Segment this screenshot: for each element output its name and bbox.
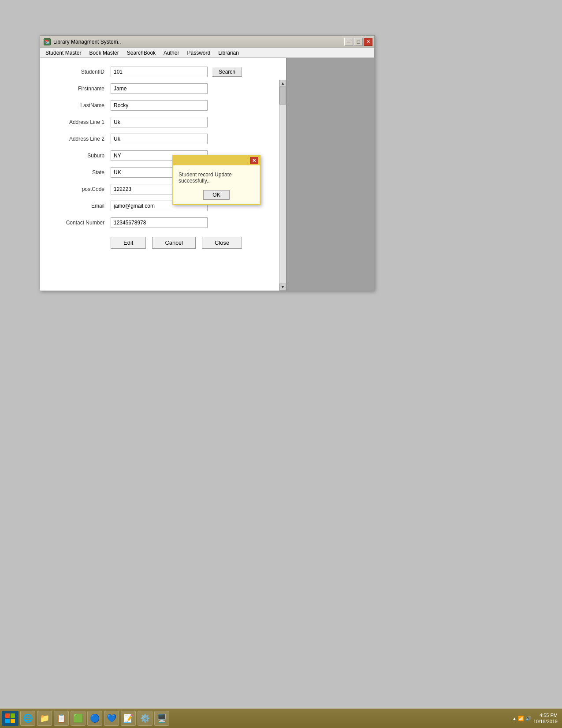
address1-label: Address Line 1 bbox=[53, 119, 111, 125]
word-icon: 📝 bbox=[123, 713, 133, 723]
studentid-label: StudentID bbox=[53, 69, 111, 75]
address1-input[interactable] bbox=[111, 117, 208, 127]
logo-q4 bbox=[11, 719, 15, 723]
vs-icon: 💙 bbox=[107, 713, 116, 723]
desktop: 📚 Library Managment System.. ─ □ ✕ Stude… bbox=[0, 0, 562, 709]
ie-icon: 🌐 bbox=[23, 713, 33, 723]
taskbar-vs[interactable]: 💙 bbox=[104, 711, 119, 726]
windows-logo bbox=[5, 713, 15, 723]
start-button[interactable] bbox=[2, 711, 19, 726]
search-button[interactable]: Search bbox=[212, 67, 242, 77]
lastname-input[interactable] bbox=[111, 100, 208, 111]
firstname-input[interactable] bbox=[111, 83, 208, 94]
success-dialog: ✕ Student record Update successfully.. O… bbox=[172, 155, 261, 205]
title-bar: 📚 Library Managment System.. ─ □ ✕ bbox=[40, 36, 374, 48]
email-label: Email bbox=[53, 203, 111, 209]
taskbar-right: ▲ 📶 🔊 4:55 PM 10/18/2019 bbox=[512, 712, 560, 725]
address2-input[interactable] bbox=[111, 134, 208, 144]
menu-student-master[interactable]: Student Master bbox=[42, 49, 85, 57]
dialog-message: Student record Update successfully.. bbox=[179, 172, 254, 184]
lastname-label: LastName bbox=[53, 102, 111, 108]
menu-book-master[interactable]: Book Master bbox=[86, 49, 122, 57]
logo-q1 bbox=[5, 713, 10, 718]
studentid-input[interactable] bbox=[111, 67, 208, 77]
window-title: Library Managment System.. bbox=[53, 39, 121, 45]
action-buttons: Edit Cancel Close bbox=[53, 237, 273, 249]
dialog-close-button[interactable]: ✕ bbox=[250, 157, 258, 164]
dialog-ok-button[interactable]: OK bbox=[203, 190, 229, 200]
postcode-label: postCode bbox=[53, 186, 111, 192]
menu-password[interactable]: Password bbox=[183, 49, 214, 57]
form-panel: StudentID Search Firstnname LastName Add… bbox=[40, 58, 286, 291]
clock-date: 10/18/2019 bbox=[533, 718, 558, 724]
firstname-row: Firstnname bbox=[53, 83, 273, 94]
contact-row: Contact Number bbox=[53, 217, 273, 228]
close-window-button[interactable]: ✕ bbox=[364, 38, 372, 46]
notes-icon: 📋 bbox=[56, 713, 66, 723]
logo-q2 bbox=[11, 713, 15, 718]
suburb-label: Suburb bbox=[53, 153, 111, 159]
taskbar-excel[interactable]: 🟩 bbox=[71, 711, 86, 726]
lastname-row: LastName bbox=[53, 100, 273, 111]
taskbar-word[interactable]: 📝 bbox=[121, 711, 136, 726]
tools-icon: ⚙️ bbox=[140, 713, 150, 723]
contact-input[interactable] bbox=[111, 217, 208, 228]
clock: 4:55 PM 10/18/2019 bbox=[533, 712, 558, 725]
excel-icon: 🟩 bbox=[73, 713, 83, 723]
address1-row: Address Line 1 bbox=[53, 117, 273, 127]
main-window: 📚 Library Managment System.. ─ □ ✕ Stude… bbox=[40, 35, 375, 291]
edit-button[interactable]: Edit bbox=[111, 237, 146, 249]
tray-network: 📶 bbox=[518, 716, 524, 721]
state-label: State bbox=[53, 169, 111, 175]
taskbar: 🌐 📁 📋 🟩 🔵 💙 📝 ⚙️ 🖥️ ▲ 📶 🔊 4:55 PM 10/18/… bbox=[0, 709, 562, 728]
close-form-button[interactable]: Close bbox=[202, 237, 242, 249]
title-bar-left: 📚 Library Managment System.. bbox=[44, 38, 121, 45]
app-icon: 📚 bbox=[44, 38, 51, 45]
scrollbar-thumb[interactable] bbox=[279, 87, 286, 105]
taskbar-explorer[interactable]: 📁 bbox=[37, 711, 52, 726]
menu-librarian[interactable]: Librarian bbox=[215, 49, 242, 57]
menu-bar: Student Master Book Master SearchBook Au… bbox=[40, 48, 374, 58]
monitor-icon: 🖥️ bbox=[157, 713, 167, 723]
title-bar-controls: ─ □ ✕ bbox=[344, 38, 372, 46]
cancel-button[interactable]: Cancel bbox=[152, 237, 195, 249]
taskbar-ie[interactable]: 🌐 bbox=[20, 711, 35, 726]
dialog-body: Student record Update successfully.. OK bbox=[173, 165, 260, 204]
taskbar-chrome[interactable]: 🔵 bbox=[87, 711, 102, 726]
taskbar-tools[interactable]: ⚙️ bbox=[138, 711, 153, 726]
restore-button[interactable]: □ bbox=[354, 38, 363, 46]
minimize-button[interactable]: ─ bbox=[344, 38, 353, 46]
tray-sound: 🔊 bbox=[525, 716, 532, 721]
content-area: StudentID Search Firstnname LastName Add… bbox=[40, 58, 374, 291]
side-panel bbox=[286, 58, 374, 291]
contact-label: Contact Number bbox=[53, 220, 111, 226]
menu-searchbook[interactable]: SearchBook bbox=[123, 49, 159, 57]
logo-q3 bbox=[5, 719, 10, 723]
explorer-icon: 📁 bbox=[40, 713, 49, 723]
menu-auther[interactable]: Auther bbox=[160, 49, 182, 57]
firstname-label: Firstnname bbox=[53, 86, 111, 92]
scrollbar[interactable]: ▲ ▼ bbox=[279, 80, 286, 291]
scrollbar-down-arrow[interactable]: ▼ bbox=[279, 284, 286, 291]
tray-arrow: ▲ bbox=[512, 716, 517, 721]
dialog-title-bar: ✕ bbox=[173, 156, 260, 165]
address2-label: Address Line 2 bbox=[53, 136, 111, 142]
address2-row: Address Line 2 bbox=[53, 134, 273, 144]
taskbar-monitor[interactable]: 🖥️ bbox=[154, 711, 169, 726]
studentid-row: StudentID Search bbox=[53, 67, 273, 77]
system-tray: ▲ 📶 🔊 bbox=[512, 716, 532, 721]
taskbar-notes[interactable]: 📋 bbox=[54, 711, 69, 726]
scrollbar-up-arrow[interactable]: ▲ bbox=[279, 80, 286, 87]
chrome-icon: 🔵 bbox=[90, 713, 100, 723]
clock-time: 4:55 PM bbox=[540, 712, 558, 718]
